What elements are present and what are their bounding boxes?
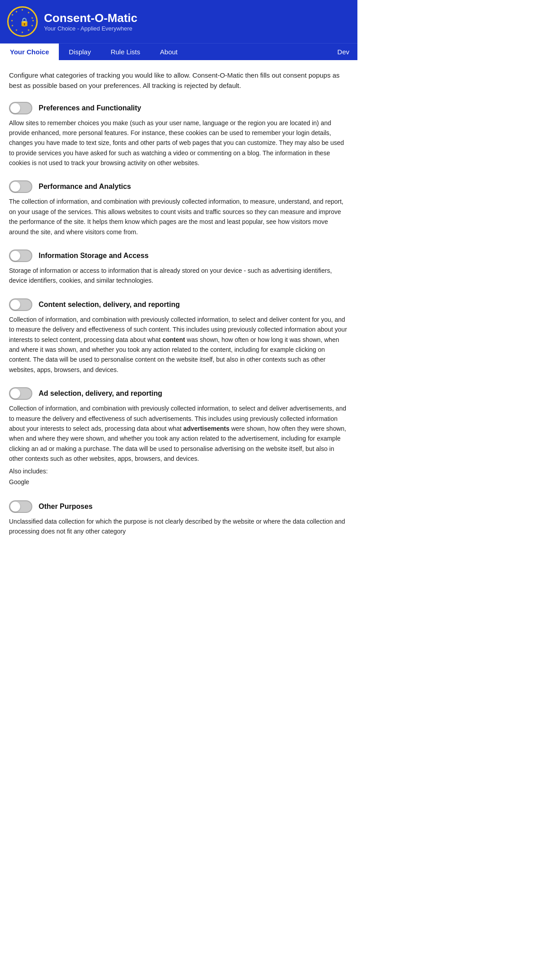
category-header-ads: Ad selection, delivery, and reporting — [9, 387, 348, 400]
category-header-storage: Information Storage and Access — [9, 249, 348, 262]
header-text: Consent-O-Matic Your Choice - Applied Ev… — [44, 11, 137, 32]
lock-symbol: 🔒 — [19, 17, 30, 27]
nav-item-dev[interactable]: Dev — [329, 44, 357, 60]
desc-ads-bold: advertisements — [183, 425, 229, 432]
category-content: Content selection, delivery, and reporti… — [9, 298, 348, 375]
category-desc-storage: Storage of information or access to info… — [9, 266, 348, 286]
category-header-preferences: Preferences and Functionality — [9, 102, 348, 114]
toggle-knob-performance — [10, 182, 20, 192]
toggle-other[interactable] — [9, 500, 32, 513]
star: ★ — [15, 10, 18, 13]
star: ★ — [11, 13, 13, 16]
toggle-preferences[interactable] — [9, 102, 32, 114]
star: ★ — [11, 24, 13, 27]
desc-content-bold: content — [163, 336, 185, 343]
nav-item-rule-lists[interactable]: Rule Lists — [101, 44, 150, 60]
category-header-other: Other Purposes — [9, 500, 348, 513]
star: ★ — [21, 31, 23, 34]
toggle-performance[interactable] — [9, 180, 32, 193]
category-performance: Performance and Analytics The collection… — [9, 180, 348, 237]
category-desc-other: Unclassified data collection for which t… — [9, 516, 348, 537]
category-desc-content: Collection of information, and combinati… — [9, 315, 348, 375]
star: ★ — [32, 19, 34, 22]
star: ★ — [21, 8, 23, 11]
star: ★ — [31, 24, 33, 27]
app-title: Consent-O-Matic — [44, 11, 137, 25]
category-header-performance: Performance and Analytics — [9, 180, 348, 193]
toggle-content[interactable] — [9, 298, 32, 311]
also-includes-ads: Also includes: Google — [9, 466, 348, 488]
category-title-storage: Information Storage and Access — [39, 252, 149, 260]
toggle-knob-storage — [10, 251, 20, 261]
star: ★ — [15, 28, 18, 31]
nav-bar: Your Choice Display Rule Lists About Dev — [0, 43, 357, 60]
star: ★ — [27, 11, 30, 14]
category-title-performance: Performance and Analytics — [39, 183, 131, 191]
app-subtitle: Your Choice - Applied Everywhere — [44, 25, 137, 32]
nav-spacer — [187, 44, 329, 60]
toggle-knob-ads — [10, 389, 20, 398]
category-desc-preferences: Allow sites to remember choices you make… — [9, 118, 348, 168]
category-desc-ads: Collection of information, and combinati… — [9, 403, 348, 464]
also-includes-google: Google — [9, 478, 29, 486]
header: ★ ★ ★ ★ ★ ★ ★ ★ ★ ★ ★ — [0, 0, 357, 43]
star: ★ — [11, 19, 13, 22]
logo: ★ ★ ★ ★ ★ ★ ★ ★ ★ ★ ★ — [7, 6, 38, 37]
category-storage: Information Storage and Access Storage o… — [9, 249, 348, 286]
category-ads: Ad selection, delivery, and reporting Co… — [9, 387, 348, 488]
intro-text: Configure what categories of tracking yo… — [9, 70, 348, 91]
toggle-ads[interactable] — [9, 387, 32, 400]
category-desc-performance: The collection of information, and combi… — [9, 197, 348, 237]
nav-item-display[interactable]: Display — [59, 44, 101, 60]
main-content: Configure what categories of tracking yo… — [0, 60, 357, 563]
category-title-other: Other Purposes — [39, 503, 92, 511]
eu-stars: ★ ★ ★ ★ ★ ★ ★ ★ ★ ★ ★ — [9, 8, 36, 35]
nav-item-your-choice[interactable]: Your Choice — [0, 44, 59, 60]
nav-item-about[interactable]: About — [150, 44, 187, 60]
category-header-content: Content selection, delivery, and reporti… — [9, 298, 348, 311]
category-preferences: Preferences and Functionality Allow site… — [9, 102, 348, 168]
category-title-content: Content selection, delivery, and reporti… — [39, 301, 180, 309]
star: ★ — [27, 28, 30, 31]
also-includes-label: Also includes: — [9, 468, 48, 475]
toggle-knob-other — [10, 502, 20, 512]
category-title-preferences: Preferences and Functionality — [39, 104, 141, 112]
category-other: Other Purposes Unclassified data collect… — [9, 500, 348, 537]
toggle-knob-preferences — [10, 103, 20, 113]
category-title-ads: Ad selection, delivery, and reporting — [39, 389, 162, 398]
toggle-storage[interactable] — [9, 249, 32, 262]
toggle-knob-content — [10, 300, 20, 310]
